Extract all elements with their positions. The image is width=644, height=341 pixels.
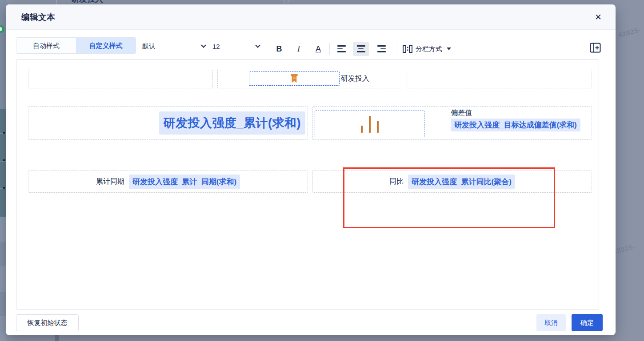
font-family-value: 默认 bbox=[142, 42, 156, 51]
watermark: 42025- bbox=[612, 242, 636, 255]
text-cell-empty[interactable] bbox=[407, 69, 592, 88]
field-chip[interactable]: 研发投入强度_目标达成偏差值(求和) bbox=[451, 119, 580, 131]
font-family-select[interactable]: 默认 bbox=[142, 39, 208, 54]
align-right-button[interactable] bbox=[373, 42, 389, 56]
columns-icon bbox=[403, 45, 412, 53]
column-mode-dropdown[interactable]: 分栏方式 bbox=[403, 42, 451, 56]
tab-custom-style[interactable]: 自定义样式 bbox=[76, 38, 136, 53]
text-cell-title[interactable]: 研发投入 bbox=[217, 69, 402, 88]
toolbar-divider bbox=[397, 43, 397, 55]
mini-bar-chart-icon bbox=[361, 126, 363, 133]
tab-auto-style[interactable]: 自动样式 bbox=[16, 38, 76, 53]
text-cell-main-metric[interactable]: 研发投入强度_累计(求和) bbox=[28, 106, 308, 140]
cell-label: 偏差值 bbox=[451, 108, 592, 118]
reset-button[interactable]: 恢复初始状态 bbox=[16, 314, 79, 331]
caret-down-icon bbox=[447, 48, 451, 50]
text-cell-yoy[interactable]: 同比 研发投入强度_累计同比(聚合) bbox=[312, 170, 592, 193]
background-mark bbox=[3, 159, 5, 161]
field-chip[interactable]: 研发投入强度_累计同比(聚合) bbox=[408, 174, 515, 189]
field-chip[interactable]: 研发投入强度_累计_同期(求和) bbox=[129, 174, 240, 189]
dialog-title: 编辑文本 bbox=[21, 4, 55, 30]
text-edit-canvas: 研发投入 研发投入强度_累计(求和) 偏差值 研发投入强度_目标达成偏差值(求和… bbox=[16, 59, 599, 309]
cell-label: 研发投入 bbox=[341, 69, 369, 88]
background-row bbox=[0, 162, 6, 188]
selected-element-box[interactable] bbox=[249, 71, 340, 86]
background-row bbox=[0, 316, 6, 341]
background-row bbox=[0, 217, 6, 242]
align-center-button[interactable] bbox=[353, 42, 369, 56]
background-row bbox=[0, 109, 6, 133]
italic-button[interactable]: I bbox=[293, 42, 304, 56]
text-cell-cumulative-period[interactable]: 累计同期 研发投入强度_累计_同期(求和) bbox=[28, 170, 308, 193]
cell-label: 同比 bbox=[389, 177, 404, 186]
background-sidebar bbox=[0, 0, 6, 341]
edit-text-dialog: 编辑文本 ✕ 自动样式 自定义样式 默认 12 B I A bbox=[6, 4, 616, 335]
background-top-strip: 研发投入 bbox=[0, 0, 644, 4]
add-panel-button[interactable] bbox=[590, 43, 601, 54]
align-right-icon bbox=[377, 45, 386, 52]
font-size-value: 12 bbox=[212, 43, 220, 50]
deviation-text-block: 偏差值 研发投入强度_目标达成偏差值(求和) bbox=[451, 108, 592, 130]
text-cell-empty[interactable] bbox=[28, 69, 213, 88]
background-row bbox=[0, 189, 6, 217]
font-size-select[interactable]: 12 bbox=[212, 39, 262, 54]
style-tab-group: 自动样式 自定义样式 bbox=[16, 37, 136, 54]
toolbar-divider bbox=[329, 43, 330, 55]
close-icon[interactable]: ✕ bbox=[592, 12, 604, 23]
dialog-header: 编辑文本 ✕ bbox=[6, 4, 616, 30]
field-chip[interactable]: 研发投入强度_累计(求和) bbox=[159, 111, 306, 135]
align-left-icon bbox=[337, 45, 346, 52]
background-mark bbox=[3, 132, 5, 134]
background-row bbox=[0, 266, 6, 292]
background-gridline bbox=[56, 0, 57, 4]
align-left-button[interactable] bbox=[333, 42, 349, 56]
screen: 研发投入 42025- 42025- 13 编辑文本 ✕ 自动样式 自定义样式 … bbox=[0, 0, 644, 341]
align-center-icon bbox=[357, 45, 365, 52]
background-gridline bbox=[55, 335, 59, 341]
panel-plus-icon bbox=[590, 43, 601, 53]
chevron-down-icon bbox=[255, 43, 260, 48]
background-gridline bbox=[63, 0, 63, 4]
watermark: 42025- bbox=[617, 26, 642, 39]
background-mark bbox=[3, 187, 5, 189]
background-row bbox=[0, 134, 6, 161]
confirm-button[interactable]: 确定 bbox=[572, 314, 603, 331]
bookmark-icon bbox=[290, 74, 298, 83]
status-dot-icon bbox=[0, 25, 4, 33]
underline-button[interactable]: A bbox=[312, 42, 324, 56]
mini-bar-chart-icon bbox=[369, 116, 371, 133]
cell-label: 累计同期 bbox=[96, 177, 124, 186]
chevron-down-icon bbox=[201, 43, 206, 48]
mini-bar-chart-icon bbox=[377, 121, 379, 133]
bold-button[interactable]: B bbox=[273, 42, 285, 56]
text-cell-deviation[interactable]: 偏差值 研发投入强度_目标达成偏差值(求和) bbox=[312, 106, 592, 140]
background-text-fragment: 研发投入 bbox=[71, 0, 103, 4]
cancel-button[interactable]: 取消 bbox=[536, 314, 566, 331]
column-mode-label: 分栏方式 bbox=[416, 45, 442, 53]
selected-chart-box[interactable] bbox=[315, 111, 424, 137]
